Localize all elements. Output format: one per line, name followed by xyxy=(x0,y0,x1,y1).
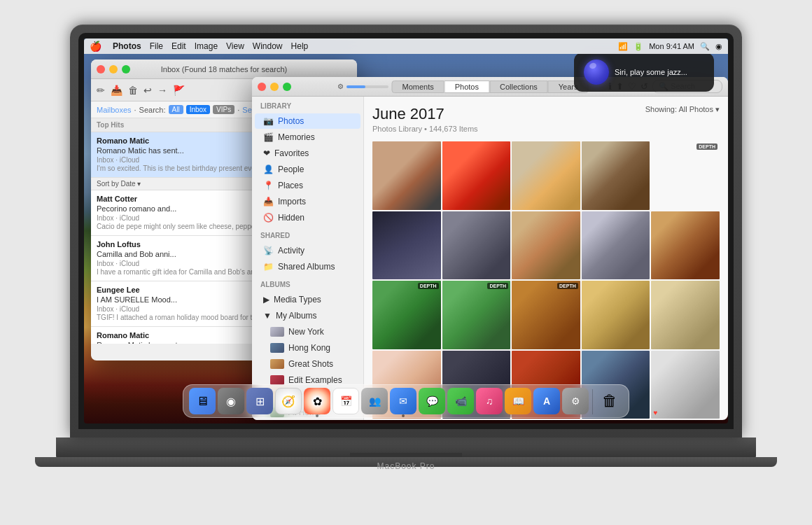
photo-thumb[interactable] xyxy=(582,141,650,210)
siri-text: Siri, play some jazz... xyxy=(615,68,687,76)
tab-moments[interactable]: Moments xyxy=(391,80,444,93)
dock-icon-trash[interactable]: 🗑 xyxy=(596,388,623,414)
minimize-button[interactable] xyxy=(109,65,118,74)
sidebar-item-hidden[interactable]: 🚫 Hidden xyxy=(255,210,360,225)
screen: 🍎 Photos File Edit Image View Window Hel… xyxy=(84,38,728,424)
mail-flag-btn[interactable]: 🚩 xyxy=(173,85,185,96)
menubar-edit[interactable]: Edit xyxy=(172,41,186,51)
dock-icon-photos[interactable]: ✿ xyxy=(304,388,330,414)
menubar-window[interactable]: Window xyxy=(253,41,283,51)
photo-thumb[interactable]: ♥ xyxy=(651,351,720,419)
photo-thumb[interactable] xyxy=(582,211,650,280)
mailboxes-label[interactable]: Mailboxes xyxy=(97,106,132,114)
sidebar-item-media-types[interactable]: ▶ Media Types xyxy=(255,292,360,307)
maximize-button[interactable] xyxy=(122,65,130,74)
sidebar-item-activity[interactable]: 📡 Activity xyxy=(255,243,360,258)
photo-thumb[interactable] xyxy=(651,211,720,280)
favorites-icon: ❤ xyxy=(263,148,270,158)
ibooks-icon: 📖 xyxy=(512,396,524,407)
menubar-view[interactable]: View xyxy=(226,41,244,51)
dock-icon-itunes[interactable]: ♫ xyxy=(476,388,503,414)
photos-tab-bar: Moments Photos Collections Years xyxy=(391,80,588,93)
facetime-icon: 📹 xyxy=(455,396,467,407)
photo-thumb[interactable]: DEPTH xyxy=(372,281,441,349)
sidebar-item-favorites[interactable]: ❤ Favorites xyxy=(255,146,360,161)
photo-thumb[interactable] xyxy=(512,211,580,280)
dock-icon-finder[interactable]: 🖥 xyxy=(189,388,216,414)
dock-separator xyxy=(592,389,593,414)
search-icon[interactable]: 🔍 xyxy=(700,42,710,51)
photo-thumb[interactable] xyxy=(372,211,441,280)
photos-library-count: Photos Library • 144,673 Items xyxy=(372,125,478,133)
photos-window[interactable]: ⚙ Moments Photos Collections Years xyxy=(252,77,728,420)
siri-icon[interactable]: ◉ xyxy=(715,42,722,51)
sidebar-places-label: Places xyxy=(278,181,303,190)
dock-icon-face-stack[interactable]: 👥 xyxy=(361,388,388,414)
photo-thumb[interactable] xyxy=(582,281,650,349)
photo-thumb[interactable]: DEPTH xyxy=(651,141,720,210)
photos-minimize-button[interactable] xyxy=(270,83,279,91)
dock-icon-ibooks[interactable]: 📖 xyxy=(505,388,531,414)
photo-thumb[interactable] xyxy=(512,141,580,210)
menubar-app-name[interactable]: Photos xyxy=(113,41,141,51)
sidebar-imports-label: Imports xyxy=(278,197,306,206)
macbook-stand: MacBook Pro xyxy=(35,457,777,467)
dock-icon-calendar[interactable]: 📅 xyxy=(332,388,359,414)
dock-icon-safari[interactable]: 🧭 xyxy=(275,388,302,414)
close-button[interactable] xyxy=(97,65,105,74)
dock-icon-settings[interactable]: ⚙ xyxy=(562,388,589,414)
dock-icon-messages[interactable]: 💬 xyxy=(419,388,445,414)
photo-thumb[interactable]: DEPTH xyxy=(442,281,511,349)
sidebar-shared-albums-label: Shared Albums xyxy=(278,262,335,272)
tab-collections[interactable]: Collections xyxy=(489,80,548,93)
dock-icon-launchpad[interactable]: ⊞ xyxy=(246,388,273,414)
menubar-image[interactable]: Image xyxy=(195,41,218,51)
mail-compose-btn[interactable]: ✏ xyxy=(97,85,105,96)
sidebar-item-people[interactable]: 👤 People xyxy=(255,162,360,177)
sidebar-media-types-label: Media Types xyxy=(274,295,321,304)
menubar-file[interactable]: File xyxy=(150,41,163,51)
dock-icon-siri[interactable]: ◉ xyxy=(218,388,244,414)
photos-showing-selector[interactable]: Showing: All Photos ▾ xyxy=(645,105,720,114)
sidebar-item-photos[interactable]: 📷 Photos xyxy=(255,113,360,129)
photo-thumb[interactable] xyxy=(372,141,441,210)
photo-thumb[interactable] xyxy=(442,211,511,280)
people-icon: 👤 xyxy=(263,164,274,174)
imports-icon: 📥 xyxy=(263,197,274,206)
menubar-help[interactable]: Help xyxy=(291,41,309,51)
sidebar-item-shared-albums[interactable]: 📁 Shared Albums xyxy=(255,259,360,274)
filter-vips[interactable]: VIPs xyxy=(213,105,234,114)
mail-delete-btn[interactable]: 🗑 xyxy=(128,85,138,96)
photos-maximize-button[interactable] xyxy=(283,83,291,91)
menubar: 🍎 Photos File Edit Image View Window Hel… xyxy=(84,38,728,54)
wifi-icon: 📶 xyxy=(618,42,628,51)
favorite-heart: ♥ xyxy=(653,409,657,416)
photo-thumb[interactable]: DEPTH xyxy=(512,281,580,349)
sidebar-item-imports[interactable]: 📥 Imports xyxy=(255,194,360,209)
tab-photos[interactable]: Photos xyxy=(444,80,489,93)
photos-close-button[interactable] xyxy=(258,83,266,91)
macbook-computer: 🍎 Photos File Edit Image View Window Hel… xyxy=(35,24,777,500)
filter-inbox[interactable]: Inbox xyxy=(186,105,210,114)
mail-forward-btn[interactable]: → xyxy=(158,85,167,96)
dock-icon-appstore[interactable]: A xyxy=(533,388,560,414)
sidebar-item-great-shots[interactable]: Great Shots xyxy=(255,356,360,372)
sidebar-item-memories[interactable]: 🎬 Memories xyxy=(255,130,360,145)
dock-icon-mail[interactable]: ✉ xyxy=(390,388,416,414)
photo-thumb[interactable] xyxy=(651,281,720,349)
apple-menu-icon[interactable]: 🍎 xyxy=(90,41,102,52)
photo-thumb[interactable] xyxy=(442,141,511,210)
sidebar-item-places[interactable]: 📍 Places xyxy=(255,178,360,193)
depth-badge: DEPTH xyxy=(418,283,439,289)
mail-sender: Romano Matic xyxy=(97,331,149,340)
activity-icon: 📡 xyxy=(263,246,274,255)
dock-icon-facetime[interactable]: 📹 xyxy=(447,388,474,414)
depth-badge: DEPTH xyxy=(487,283,508,289)
mail-reply-btn[interactable]: ↩ xyxy=(144,85,152,96)
sidebar-item-my-albums[interactable]: ▼ My Albums xyxy=(255,308,360,323)
mail-sender: Romano Matic xyxy=(97,136,149,145)
sidebar-item-new-york[interactable]: New York xyxy=(255,324,360,340)
sidebar-item-hong-kong[interactable]: Hong Kong xyxy=(255,340,360,356)
filter-all[interactable]: All xyxy=(169,105,183,114)
mail-archive-btn[interactable]: 📥 xyxy=(111,85,122,96)
